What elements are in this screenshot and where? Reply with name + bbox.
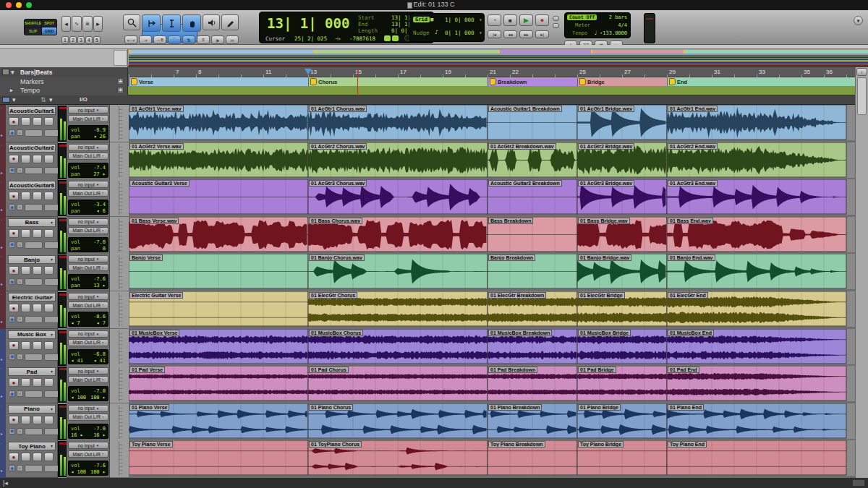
tempo-fader-handle[interactable] — [646, 18, 653, 20]
zoom-preset-5[interactable]: 5 — [93, 36, 101, 44]
track-input-monitor-button[interactable] — [21, 117, 30, 126]
edit-mode-slip[interactable]: SLIP — [25, 27, 41, 35]
bar-number[interactable]: 25 — [579, 69, 586, 75]
group-strip[interactable]: ◦ ▸ — [0, 291, 6, 329]
clip-label[interactable]: 01 Bass Verse.wav — [129, 218, 179, 224]
fast-forward-button[interactable]: ▸▸ — [519, 30, 533, 38]
bar-number[interactable]: 19 — [445, 69, 451, 75]
elastic-audio-icon[interactable]: ◦ — [17, 278, 23, 285]
record-button[interactable]: ● — [535, 14, 549, 26]
group-expand-icon[interactable]: ▸ — [1, 319, 3, 324]
count-off-label[interactable]: Count Off — [567, 14, 597, 20]
track-record-button[interactable]: ● — [9, 155, 19, 163]
grid-value-icon[interactable]: ▦ — [430, 17, 433, 22]
output-selector[interactable]: Main Out L/R↑ — [68, 153, 109, 160]
timebase-icon[interactable]: ◉ — [9, 278, 15, 285]
bottom-right-widget[interactable] — [852, 479, 865, 487]
track-view-selector[interactable] — [25, 465, 43, 472]
transport-expand-button-2[interactable] — [553, 23, 559, 28]
track-record-button[interactable]: ● — [9, 416, 19, 424]
count-off-value[interactable]: 2 bars — [609, 14, 627, 20]
clip-label[interactable]: 01 AcGtr2 End.wav — [668, 143, 718, 150]
track-mute-button[interactable] — [44, 266, 54, 275]
clip-label[interactable]: Bass Breakdown — [488, 218, 533, 224]
meter-label[interactable]: Meter — [575, 22, 590, 28]
audio-zoom-button[interactable]: ∿ — [72, 16, 82, 32]
clip-label[interactable]: 01 MusicBox Breakdown — [488, 330, 552, 336]
output-selector[interactable]: Main Out L/R↑ — [68, 450, 109, 458]
clip-label[interactable]: 01 Piano Bridge — [578, 404, 621, 411]
track-view-selector[interactable] — [25, 390, 43, 398]
track-record-button[interactable]: ● — [9, 453, 19, 461]
vol-pan-display[interactable]: vol -7.4 pan 27 ▸ — [68, 163, 109, 178]
track-solo-button[interactable] — [33, 192, 42, 200]
link-timeline-button[interactable]: ↔8 — [153, 35, 166, 44]
clip-label[interactable]: 01 Banjo End.wav — [668, 254, 715, 261]
clip-label[interactable]: Toy Piano Bridge — [578, 441, 624, 448]
bar-number[interactable]: 15 — [355, 69, 362, 75]
group-strip[interactable]: ◦ ▸ — [0, 105, 6, 142]
clip-label[interactable]: 01 AcGtr1 Verse.wav — [129, 106, 184, 112]
timebase-icon[interactable]: ◉ — [9, 354, 15, 360]
stop-button[interactable]: ■ — [503, 14, 517, 26]
clip-label[interactable]: 01 Pad Bridge — [578, 367, 616, 373]
elastic-audio-icon[interactable]: ◦ — [17, 465, 23, 471]
output-selector[interactable]: Main Out L/R↑ — [68, 376, 109, 383]
link-track-edit-button[interactable]: ⌒ — [168, 35, 181, 44]
vol-pan-display[interactable]: vol -8.6 ◂ 7 ◂ 7 — [68, 312, 109, 327]
output-selector[interactable]: Main Out L/R↑ — [68, 227, 109, 234]
clip-label[interactable]: 01 ToyPiano Chorus — [309, 441, 362, 448]
marker-flag-icon[interactable] — [669, 78, 676, 85]
edit-mode-spot[interactable]: SPOT — [42, 20, 56, 27]
main-counter-dropdown-icon[interactable]: ▾ — [345, 21, 349, 28]
grid-value[interactable]: 1| 0| 000 — [445, 17, 475, 23]
track-name-dropdown-icon[interactable]: ▾ — [51, 182, 53, 187]
tempo-fader[interactable] — [644, 13, 655, 43]
track-record-button[interactable]: ● — [9, 266, 19, 275]
input-selector[interactable]: no input▾ — [68, 367, 109, 374]
clip-label[interactable]: 01 AcGtr1 Bridge.wav — [578, 106, 634, 112]
group-expand-icon[interactable]: ▸ — [1, 170, 3, 175]
track-input-monitor-button[interactable] — [21, 192, 30, 200]
clip-label[interactable]: 01 Pad Breakdown — [488, 367, 537, 373]
clip-label[interactable]: 01 Piano Verse — [129, 404, 169, 411]
zoom-in-arrow-button[interactable]: ▸ — [93, 16, 103, 32]
elastic-audio-icon[interactable]: ◦ — [17, 316, 23, 322]
tempo-ruler-strip[interactable] — [128, 86, 855, 95]
track-solo-button[interactable] — [33, 266, 42, 275]
bar-number[interactable]: 21 — [490, 69, 496, 75]
input-selector[interactable]: no input▾ — [68, 106, 109, 114]
track-view-selector[interactable] — [25, 241, 43, 249]
transport-expand-button-1[interactable] — [553, 16, 559, 21]
play-button[interactable]: ▶ — [519, 14, 533, 26]
bar-number[interactable]: 27 — [624, 69, 631, 75]
universe-overview[interactable] — [0, 49, 868, 67]
marker-end[interactable]: End — [667, 77, 855, 86]
bar-number[interactable]: 17 — [400, 69, 407, 75]
edit-mode-grid[interactable]: GRID — [42, 27, 56, 35]
nudge-value[interactable]: 0| 1| 000 — [445, 30, 475, 36]
vol-pan-display[interactable]: vol -7.0 pan 0 — [68, 237, 109, 252]
output-selector[interactable]: Main Out L/R↑ — [68, 264, 109, 271]
bar-number[interactable]: 8 — [198, 69, 201, 75]
vol-pan-display[interactable]: vol -7.6 ◂ 100 100 ▸ — [68, 461, 109, 476]
input-selector[interactable]: no input▾ — [68, 181, 109, 188]
group-strip[interactable]: ◦ ▸ — [0, 329, 6, 367]
elastic-audio-icon[interactable]: ◦ — [17, 354, 23, 360]
selector-tool-button[interactable] — [162, 14, 181, 32]
track-input-monitor-button[interactable] — [21, 304, 30, 312]
track-mute-button[interactable] — [44, 378, 54, 387]
track-name[interactable]: Piano — [8, 405, 56, 414]
track-list-grid-icon[interactable] — [2, 97, 10, 103]
bar-number[interactable]: 31 — [714, 69, 720, 75]
track-input-monitor-button[interactable] — [21, 453, 30, 461]
zoom-preset-4[interactable]: 4 — [85, 36, 93, 44]
tempo-value[interactable]: 133.0000 — [603, 30, 627, 36]
track-name[interactable]: Banjo — [8, 255, 56, 264]
output-selector[interactable]: Main Out L/R↑ — [68, 414, 109, 421]
clip-label[interactable]: 01 MusicBox End — [668, 330, 714, 336]
track-input-monitor-button[interactable] — [21, 229, 30, 238]
pre-roll-indicator[interactable] — [384, 35, 391, 41]
tab-transient-button[interactable]: ➝ — [139, 35, 152, 44]
track-view-selector[interactable] — [25, 204, 43, 211]
